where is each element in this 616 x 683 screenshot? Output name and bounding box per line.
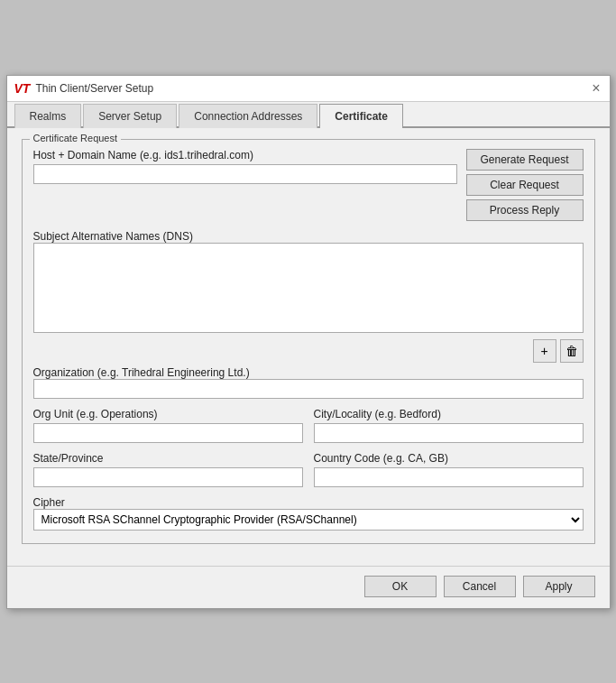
san-label: Subject Alternative Names (DNS) (33, 230, 193, 243)
state-label: State/Province (33, 452, 303, 465)
cipher-section: Cipher Microsoft RSA SChannel Cryptograp… (33, 496, 584, 531)
window-title: Thin Client/Server Setup (35, 82, 153, 95)
action-buttons: Generate Request Clear Request Process R… (466, 149, 584, 221)
state-country-row: State/Province Country Code (e.g. CA, GB… (33, 452, 584, 487)
apply-button[interactable]: Apply (523, 576, 595, 597)
vt-logo: VT (14, 81, 31, 96)
tab-realms[interactable]: Realms (14, 104, 82, 128)
org-unit-input[interactable] (33, 423, 303, 443)
host-input[interactable] (33, 164, 457, 184)
san-section: Subject Alternative Names (DNS) + 🗑 (33, 230, 584, 363)
process-reply-button[interactable]: Process Reply (466, 199, 584, 221)
cipher-select[interactable]: Microsoft RSA SChannel Cryptographic Pro… (33, 509, 584, 531)
tab-content: Certificate Request Host + Domain Name (… (7, 128, 610, 566)
state-input[interactable] (33, 467, 303, 487)
tab-server-setup[interactable]: Server Setup (83, 104, 177, 128)
title-bar: VT Thin Client/Server Setup × (7, 76, 610, 102)
org-unit-col: Org Unit (e.g. Operations) (33, 408, 303, 443)
main-window: VT Thin Client/Server Setup × Realms Ser… (6, 75, 611, 609)
org-label: Organization (e.g. Trihedral Engineering… (33, 366, 250, 379)
cancel-button[interactable]: Cancel (444, 576, 516, 597)
tab-certificate[interactable]: Certificate (319, 104, 403, 128)
group-label: Certificate Request (30, 133, 122, 143)
org-unit-label: Org Unit (e.g. Operations) (33, 408, 303, 420)
certificate-request-group: Certificate Request Host + Domain Name (… (22, 139, 595, 544)
org-unit-city-row: Org Unit (e.g. Operations) City/Locality… (33, 408, 584, 443)
tab-connection-addresses[interactable]: Connection Addresses (179, 104, 317, 128)
host-label: Host + Domain Name (e.g. ids1.trihedral.… (33, 149, 457, 162)
add-san-button[interactable]: + (533, 339, 556, 363)
title-bar-left: VT Thin Client/Server Setup (14, 81, 154, 96)
san-icon-row: + 🗑 (33, 339, 584, 363)
org-section: Organization (e.g. Trihedral Engineering… (33, 366, 584, 399)
host-row: Host + Domain Name (e.g. ids1.trihedral.… (33, 149, 584, 221)
country-col: Country Code (e.g. CA, GB) (314, 452, 584, 487)
city-input[interactable] (314, 423, 584, 443)
generate-request-button[interactable]: Generate Request (466, 149, 584, 171)
state-col: State/Province (33, 452, 303, 487)
city-label: City/Locality (e.g. Bedford) (314, 408, 584, 420)
delete-san-button[interactable]: 🗑 (560, 339, 584, 363)
close-button[interactable]: × (590, 81, 602, 96)
cipher-label: Cipher (33, 496, 65, 509)
country-label: Country Code (e.g. CA, GB) (314, 452, 584, 465)
ok-button[interactable]: OK (364, 576, 437, 597)
country-input[interactable] (314, 467, 584, 487)
tab-bar: Realms Server Setup Connection Addresses… (7, 102, 610, 128)
san-textarea[interactable] (33, 243, 584, 333)
clear-request-button[interactable]: Clear Request (466, 174, 584, 196)
footer: OK Cancel Apply (7, 566, 610, 608)
city-col: City/Locality (e.g. Bedford) (314, 408, 584, 443)
host-col: Host + Domain Name (e.g. ids1.trihedral.… (33, 149, 457, 184)
org-input[interactable] (33, 379, 584, 399)
